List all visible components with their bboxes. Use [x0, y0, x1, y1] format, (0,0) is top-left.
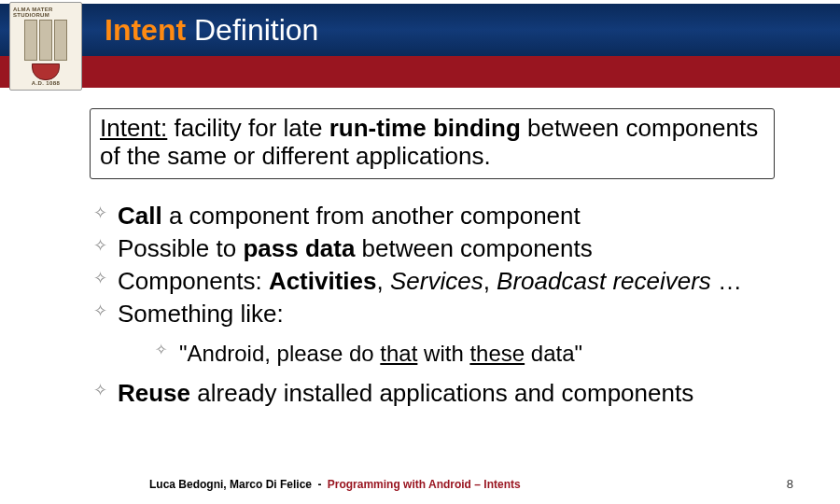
list-item: Call a component from another component — [93, 200, 812, 232]
bullet-text: Something like: — [118, 300, 284, 328]
bullet-text: already installed applications and compo… — [190, 379, 693, 407]
title-accent: Intent — [105, 13, 186, 47]
bullet-text: between components — [355, 234, 592, 262]
quote-mid: with — [417, 341, 469, 366]
quote-pre: "Android, please do — [179, 341, 380, 366]
slide: ALMA MATER STUDIORUM A.D. 1088 Intent De… — [0, 0, 840, 504]
footer-credits: Luca Bedogni, Marco Di Felice - Programm… — [149, 478, 521, 491]
title-rest: Definition — [186, 13, 318, 47]
bullet-bold: pass data — [243, 234, 355, 262]
tower-icon — [39, 20, 52, 61]
list-item: Components: Activities, Services, Broadc… — [93, 265, 812, 298]
title-bar: Intent Definition — [0, 4, 840, 56]
bullet-italic: Broadcast receivers — [497, 267, 711, 295]
content-area: Intent: facility for late run-time bindi… — [0, 88, 840, 410]
definition-term: Intent: — [100, 114, 167, 142]
definition-box: Intent: facility for late run-time bindi… — [90, 108, 775, 179]
logo-graphic — [24, 20, 67, 61]
bullet-text: Possible to — [118, 234, 243, 262]
sub-list-item: "Android, please do that with these data… — [155, 338, 812, 370]
footer: Luca Bedogni, Marco Di Felice - Programm… — [0, 469, 840, 491]
footer-separator: - — [317, 478, 321, 491]
bullet-sep: , — [376, 267, 389, 295]
bullet-italic: Services — [390, 267, 483, 295]
sub-list: "Android, please do that with these data… — [155, 338, 812, 370]
quote-post: data" — [525, 341, 582, 366]
quote-underline: these — [469, 341, 525, 366]
bullet-bold: Call — [118, 202, 162, 230]
definition-pre: facility for late — [167, 114, 329, 142]
bullet-bold: Activities — [269, 267, 377, 295]
logo-bottom-text: A.D. 1088 — [32, 80, 61, 86]
title-underbar — [0, 56, 840, 88]
tower-icon — [54, 20, 67, 61]
bullet-dots: … — [711, 267, 742, 295]
list-item: Reuse already installed applications and… — [93, 377, 812, 410]
bullet-text: a component from another component — [162, 202, 581, 230]
shield-icon — [32, 63, 60, 80]
footer-course: Programming with Android – Intents — [328, 478, 521, 491]
list-item: Possible to pass data between components — [93, 232, 812, 265]
definition-bold: run-time binding — [329, 114, 521, 142]
logo-top-text: ALMA MATER STUDIORUM — [13, 7, 78, 18]
quote-underline: that — [380, 341, 417, 366]
tower-icon — [24, 20, 37, 61]
bullet-text: Components: — [118, 267, 269, 295]
bullet-list: Call a component from another component … — [93, 200, 812, 410]
page-number: 8 — [787, 477, 793, 491]
slide-title: Intent Definition — [105, 13, 318, 48]
footer-authors: Luca Bedogni, Marco Di Felice — [149, 478, 312, 491]
bullet-sep: , — [483, 267, 497, 295]
bullet-bold: Reuse — [118, 379, 190, 407]
list-item: Something like: "Android, please do that… — [93, 298, 812, 370]
university-seal-logo: ALMA MATER STUDIORUM A.D. 1088 — [9, 2, 82, 91]
